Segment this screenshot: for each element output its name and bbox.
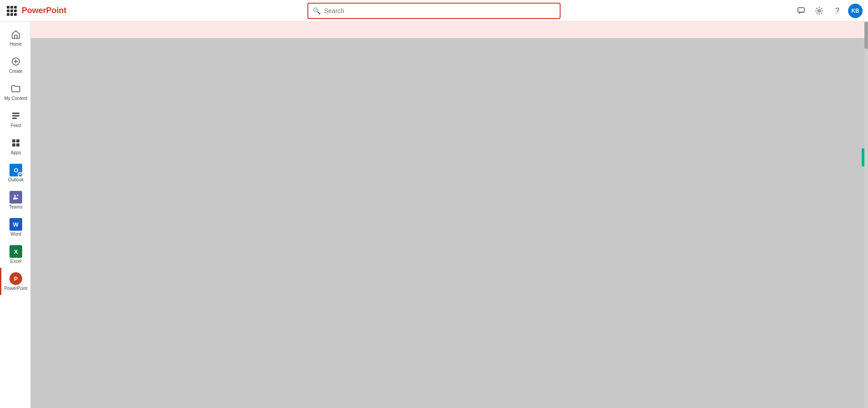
svg-rect-5: [12, 118, 17, 119]
sidebar-item-feed-label: Feed: [11, 123, 21, 128]
header-actions: ? KB: [794, 4, 863, 18]
svg-rect-0: [798, 8, 804, 12]
sidebar-item-home-label: Home: [10, 42, 22, 47]
apps-icon: [9, 137, 22, 149]
sidebar-item-teams[interactable]: Teams: [0, 186, 31, 213]
top-band: [31, 22, 868, 38]
feedback-button[interactable]: [794, 4, 808, 18]
sidebar-item-create[interactable]: Create: [0, 51, 31, 78]
app-header: PowerPoint 🔍 ? KB: [0, 0, 868, 22]
feedback-icon: [797, 7, 805, 15]
search-input[interactable]: [324, 4, 555, 18]
create-icon: [9, 55, 22, 68]
sidebar-item-my-content-label: My Content: [4, 96, 27, 101]
search-container: 🔍: [307, 3, 561, 19]
svg-rect-4: [12, 115, 19, 117]
folder-icon: [9, 82, 22, 95]
feed-icon: [9, 109, 22, 122]
settings-icon: [815, 7, 823, 15]
avatar[interactable]: KB: [848, 4, 863, 18]
svg-rect-6: [12, 139, 15, 142]
search-icon: 🔍: [313, 7, 321, 14]
word-icon: W: [9, 218, 22, 231]
svg-point-1: [818, 9, 821, 12]
svg-rect-3: [12, 113, 19, 114]
svg-rect-9: [16, 143, 19, 147]
sidebar-item-word-label: Word: [10, 232, 21, 237]
help-button[interactable]: ?: [830, 4, 844, 18]
sidebar-item-powerpoint[interactable]: P PowerPoint: [0, 268, 31, 295]
waffle-icon: [7, 6, 17, 16]
teams-icon: [9, 191, 22, 204]
svg-rect-7: [16, 139, 19, 142]
sidebar-item-powerpoint-label: PowerPoint: [4, 286, 27, 291]
excel-icon: X: [9, 245, 22, 258]
powerpoint-icon: P: [9, 272, 22, 285]
sidebar-item-outlook[interactable]: O ✉ Outlook: [0, 159, 31, 186]
sidebar-item-outlook-label: Outlook: [8, 177, 24, 183]
sidebar-item-feed[interactable]: Feed: [0, 105, 31, 132]
search-wrapper: 🔍: [307, 3, 561, 19]
home-icon: [9, 28, 22, 41]
sidebar-item-excel-label: Excel: [10, 259, 21, 264]
settings-button[interactable]: [812, 4, 826, 18]
sidebar-item-create-label: Create: [9, 69, 23, 74]
waffle-menu-button[interactable]: [5, 5, 18, 17]
outlook-icon: O ✉: [9, 164, 22, 176]
sidebar-item-home[interactable]: Home: [0, 24, 31, 51]
sidebar-item-apps[interactable]: Apps: [0, 132, 31, 159]
body-layout: Home Create My Content: [0, 22, 868, 408]
svg-point-10: [17, 195, 19, 196]
sidebar-item-teams-label: Teams: [9, 204, 22, 210]
sidebar-item-my-content[interactable]: My Content: [0, 78, 31, 105]
scrollbar-thumb[interactable]: [864, 22, 868, 49]
sidebar-item-apps-label: Apps: [11, 150, 21, 156]
scrollbar[interactable]: [864, 22, 868, 408]
help-icon: ?: [835, 7, 840, 15]
sidebar-item-word[interactable]: W Word: [0, 213, 31, 241]
svg-rect-8: [12, 143, 15, 147]
main-content: [31, 22, 868, 408]
app-title: PowerPoint: [22, 6, 66, 15]
sidebar: Home Create My Content: [0, 22, 31, 408]
sidebar-item-excel[interactable]: X Excel: [0, 241, 31, 268]
